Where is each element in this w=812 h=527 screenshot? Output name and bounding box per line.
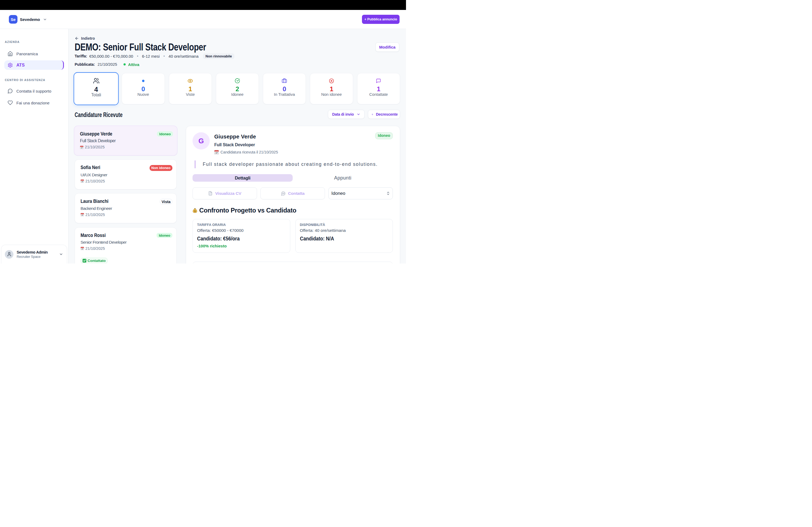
svg-text:17: 17: [215, 152, 218, 154]
svg-text:17: 17: [81, 248, 83, 250]
svg-text:$: $: [194, 210, 195, 212]
svg-text:17: 17: [81, 147, 83, 149]
svg-text:17: 17: [81, 181, 83, 182]
svg-text:17: 17: [81, 214, 83, 216]
